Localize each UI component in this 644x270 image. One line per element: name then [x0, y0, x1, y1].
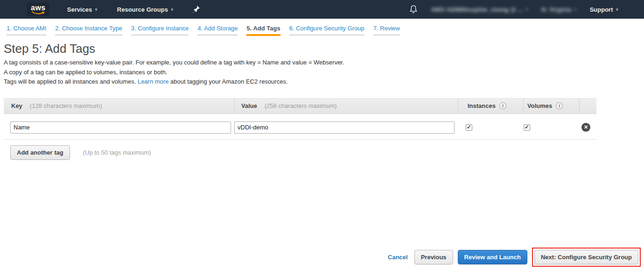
instances-info-icon[interactable]: [499, 102, 506, 109]
red-annotation-highlight: Next: Configure Security Group: [532, 248, 641, 267]
aws-logo[interactable]: aws: [27, 3, 49, 16]
bell-icon: [409, 5, 418, 14]
delete-tag-button[interactable]: [581, 123, 590, 132]
tag-row: [4, 114, 596, 140]
pushpin-icon: [193, 6, 200, 13]
header-volumes-column: Volumes: [523, 99, 579, 114]
aws-smile-icon: [31, 11, 45, 15]
key-column-label: Key: [11, 102, 22, 109]
services-menu-label: Services: [67, 6, 92, 13]
instances-column-label: Instances: [468, 102, 496, 109]
action-cell: [576, 123, 593, 132]
cancel-link[interactable]: Cancel: [388, 254, 408, 261]
tab-choose-instance-type[interactable]: 2. Choose Instance Type: [55, 25, 122, 36]
aws-logo-text: aws: [31, 5, 46, 11]
navbar-right: AWS ADMIN/sophie_cheng @ ... N. Virginia…: [409, 5, 618, 14]
wizard-footer: Cancel Previous Review and Launch Next: …: [388, 248, 641, 267]
next-configure-security-group-button[interactable]: Next: Configure Security Group: [534, 250, 638, 264]
notifications-button[interactable]: [409, 5, 418, 14]
add-tag-row: Add another tag (Up to 50 tags maximum): [10, 145, 644, 160]
support-menu[interactable]: Support: [590, 6, 618, 13]
description-line-3-suffix: about tagging your Amazon EC2 resources.: [170, 78, 287, 85]
tags-table-header: Key (128 characters maximum) Value (256 …: [4, 98, 596, 114]
account-menu-label: AWS ADMIN/sophie_cheng @ ...: [431, 6, 523, 13]
tab-review[interactable]: 7. Review: [373, 25, 400, 36]
add-tag-hint: (Up to 50 tags maximum): [83, 149, 151, 156]
support-menu-label: Support: [590, 6, 613, 13]
resource-groups-menu[interactable]: Resource Groups: [117, 6, 174, 13]
header-instances-column: Instances: [458, 99, 523, 114]
value-column-label: Value: [241, 102, 257, 109]
add-another-tag-button[interactable]: Add another tag: [10, 145, 70, 160]
description-line-2: A copy of a tag can be applied to volume…: [4, 68, 644, 78]
header-action-column: [579, 99, 596, 114]
volumes-column-label: Volumes: [527, 102, 552, 109]
header-value-column: Value (256 characters maximum): [234, 99, 458, 114]
tab-add-tags[interactable]: 5. Add Tags: [246, 25, 280, 36]
volumes-cell: [520, 124, 576, 131]
description-line-3: Tags will be applied to all instances an…: [4, 77, 644, 87]
description-line-3-prefix: Tags will be applied to all instances an…: [4, 78, 136, 85]
region-menu[interactable]: N. Virginia: [541, 6, 577, 13]
key-column-hint: (128 characters maximum): [30, 102, 102, 109]
tab-configure-instance[interactable]: 3. Configure Instance: [131, 25, 189, 36]
services-menu[interactable]: Services: [67, 6, 98, 13]
value-column-hint: (256 characters maximum): [265, 102, 337, 109]
tab-choose-ami[interactable]: 1. Choose AMI: [7, 25, 46, 36]
pin-shortcut-button[interactable]: [193, 6, 200, 13]
tag-value-input[interactable]: [234, 121, 455, 134]
description-line-1: A tag consists of a case-sensitive key-v…: [4, 58, 644, 68]
wizard-step-tabs: 1. Choose AMI 2. Choose Instance Type 3.…: [0, 19, 644, 36]
review-and-launch-button[interactable]: Review and Launch: [458, 250, 527, 264]
volumes-info-icon[interactable]: [556, 102, 563, 109]
tab-add-storage[interactable]: 4. Add Storage: [197, 25, 238, 36]
learn-more-link[interactable]: Learn more: [138, 78, 168, 85]
main-content: Step 5: Add Tags A tag consists of a cas…: [0, 36, 644, 160]
region-menu-label: N. Virginia: [541, 6, 571, 13]
previous-button[interactable]: Previous: [414, 250, 453, 264]
resource-groups-menu-label: Resource Groups: [117, 6, 168, 13]
volumes-checkbox[interactable]: [524, 124, 530, 131]
header-key-column: Key (128 characters maximum): [4, 99, 234, 114]
tag-key-input[interactable]: [10, 121, 231, 134]
top-navbar: aws Services Resource Groups AWS ADMIN/s…: [0, 0, 644, 19]
tags-table: Key (128 characters maximum) Value (256 …: [4, 98, 596, 140]
account-menu[interactable]: AWS ADMIN/sophie_cheng @ ...: [431, 6, 528, 13]
page-title: Step 5: Add Tags: [4, 42, 644, 56]
instances-cell: [455, 124, 520, 131]
tab-configure-security-group[interactable]: 6. Configure Security Group: [289, 25, 364, 36]
instances-checkbox[interactable]: [466, 124, 472, 131]
